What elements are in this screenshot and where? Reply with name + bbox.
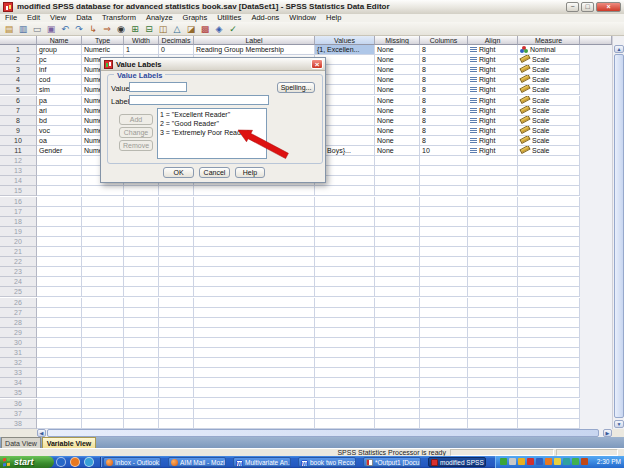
cell-measure[interactable] [518, 348, 580, 358]
open-file-icon[interactable]: ▤ [3, 23, 15, 35]
goto-case-icon[interactable]: ↳ [87, 23, 99, 35]
cell-name[interactable] [37, 368, 82, 378]
cell-align[interactable] [468, 156, 518, 166]
cell-missing[interactable] [375, 409, 420, 419]
cell-measure[interactable] [518, 156, 580, 166]
cell-missing[interactable]: None [375, 85, 420, 95]
cell-decimals[interactable] [159, 267, 194, 277]
cell-columns[interactable]: 8 [420, 96, 468, 106]
value-label-item[interactable]: 2 = "Good Reader" [158, 119, 266, 128]
cell-decimals[interactable] [159, 257, 194, 267]
cell-missing[interactable] [375, 156, 420, 166]
cell-missing[interactable] [375, 217, 420, 227]
cell-label[interactable]: Reading Group Membership [194, 45, 315, 55]
cell-width[interactable] [124, 277, 159, 287]
print-icon[interactable]: ▭ [31, 23, 43, 35]
cell-missing[interactable] [375, 399, 420, 409]
cell-columns[interactable]: 8 [420, 136, 468, 146]
cell-measure[interactable] [518, 217, 580, 227]
tray-icon-4[interactable] [527, 458, 534, 465]
cell-columns[interactable]: 8 [420, 65, 468, 75]
cell-decimals[interactable] [159, 227, 194, 237]
cell-columns[interactable] [420, 298, 468, 308]
cell-decimals[interactable] [159, 409, 194, 419]
cell-width[interactable] [124, 368, 159, 378]
taskbar-task[interactable]: modified SPSS d... [428, 457, 486, 467]
cell-values[interactable] [315, 217, 375, 227]
cell-label[interactable] [194, 378, 315, 388]
cell-name[interactable] [37, 197, 82, 207]
cell-type[interactable] [82, 388, 124, 398]
cell-decimals[interactable] [159, 399, 194, 409]
cell-label[interactable] [194, 247, 315, 257]
add-button[interactable]: Add [119, 114, 153, 125]
cell-name[interactable]: bd [37, 116, 82, 126]
cell-missing[interactable] [375, 267, 420, 277]
cell-values[interactable] [315, 419, 375, 429]
row-number[interactable]: 37 [0, 409, 37, 419]
cell-values[interactable] [315, 267, 375, 277]
cell-label[interactable] [194, 358, 315, 368]
row-number[interactable]: 21 [0, 247, 37, 257]
cell-values[interactable]: {1, Excellen... [315, 45, 375, 55]
row-number[interactable]: 17 [0, 207, 37, 217]
tray-icon-5[interactable] [536, 458, 543, 465]
cell-values[interactable] [315, 328, 375, 338]
cell-name[interactable] [37, 257, 82, 267]
cell-values[interactable] [315, 197, 375, 207]
cell-name[interactable] [37, 247, 82, 257]
value-input[interactable] [129, 82, 187, 92]
quick-launch-ie-icon[interactable] [56, 457, 66, 467]
cell-width[interactable] [124, 267, 159, 277]
cell-measure[interactable] [518, 277, 580, 287]
cell-columns[interactable] [420, 378, 468, 388]
cell-decimals[interactable] [159, 186, 194, 196]
use-variable-sets-icon[interactable]: ◈ [213, 23, 225, 35]
cell-missing[interactable]: None [375, 75, 420, 85]
cell-decimals[interactable] [159, 207, 194, 217]
cell-align[interactable] [468, 176, 518, 186]
cell-name[interactable] [37, 298, 82, 308]
cell-align[interactable] [468, 277, 518, 287]
cell-name[interactable]: pc [37, 55, 82, 65]
cell-name[interactable] [37, 207, 82, 217]
cell-name[interactable] [37, 186, 82, 196]
cell-missing[interactable] [375, 247, 420, 257]
cell-type[interactable] [82, 409, 124, 419]
row-number[interactable]: 33 [0, 368, 37, 378]
cell-name[interactable] [37, 378, 82, 388]
tray-icon-3[interactable] [518, 458, 525, 465]
cell-width[interactable] [124, 237, 159, 247]
row-number[interactable]: 12 [0, 156, 37, 166]
value-label-item[interactable]: 1 = "Excellent Reader" [158, 110, 266, 119]
cell-columns[interactable] [420, 277, 468, 287]
row-number[interactable]: 30 [0, 338, 37, 348]
cell-columns[interactable] [420, 358, 468, 368]
row-number[interactable]: 26 [0, 298, 37, 308]
cell-measure[interactable] [518, 227, 580, 237]
cell-align[interactable] [468, 237, 518, 247]
cell-columns[interactable] [420, 419, 468, 429]
cell-columns[interactable]: 8 [420, 85, 468, 95]
cell-values[interactable] [315, 318, 375, 328]
cell-measure[interactable]: Scale [518, 55, 580, 65]
cell-columns[interactable] [420, 368, 468, 378]
cell-missing[interactable] [375, 338, 420, 348]
cell-label[interactable] [194, 419, 315, 429]
horizontal-scroll-thumb[interactable] [47, 429, 599, 437]
cell-measure[interactable]: Scale [518, 126, 580, 136]
cell-missing[interactable]: None [375, 116, 420, 126]
cell-decimals[interactable] [159, 368, 194, 378]
help-button[interactable]: Help [235, 167, 265, 178]
cell-missing[interactable] [375, 328, 420, 338]
cell-name[interactable] [37, 308, 82, 318]
change-button[interactable]: Change [119, 127, 153, 138]
value-labels-icon[interactable]: ▩ [199, 23, 211, 35]
menu-transform[interactable]: Transform [97, 14, 141, 22]
cell-measure[interactable]: Scale [518, 75, 580, 85]
cell-missing[interactable] [375, 368, 420, 378]
cell-columns[interactable] [420, 388, 468, 398]
cell-name[interactable] [37, 287, 82, 297]
cell-missing[interactable] [375, 419, 420, 429]
cell-width[interactable] [124, 217, 159, 227]
